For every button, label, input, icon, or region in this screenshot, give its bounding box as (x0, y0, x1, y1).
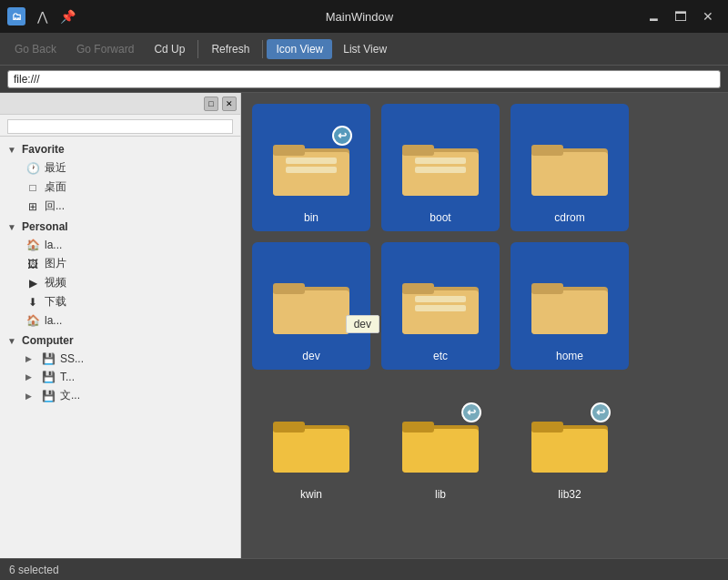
folder-home[interactable]: home (511, 242, 629, 370)
sidebar-section-computer-label: Computer (22, 334, 74, 347)
lib-symlink-badge: ↩ (461, 402, 481, 422)
icon-view-button[interactable]: Icon View (267, 39, 332, 59)
home-icon-2: 🏠 (25, 313, 40, 328)
clock-icon: 🕐 (25, 161, 40, 176)
chevron-right-icon: ▶ (25, 354, 36, 363)
main-content: □ ✕ ▼ Favorite 🕐 最近 □ 桌面 (0, 93, 728, 558)
refresh-button[interactable]: Refresh (202, 39, 258, 59)
sidebar-item-bookmarks[interactable]: ⊞ 回... (18, 197, 240, 216)
sidebar-item-recent[interactable]: 🕐 最近 (18, 158, 240, 178)
minimize-button[interactable]: 🗕 (641, 4, 666, 29)
close-button[interactable]: ✕ (695, 4, 721, 29)
sidebar-item-downloads[interactable]: ⬇ 下载 (18, 292, 240, 311)
sidebar-section-favorite-label: Favorite (22, 143, 65, 156)
svg-rect-15 (273, 283, 305, 294)
sidebar-section-computer-header[interactable]: ▼ Computer (0, 331, 240, 350)
title-bar: 🗂 ⋀ 📌 MainWindow 🗕 🗖 ✕ (0, 0, 728, 33)
svg-rect-12 (531, 145, 563, 156)
lib32-symlink-badge: ↩ (591, 402, 611, 422)
chevron-right-icon-2: ▶ (25, 372, 36, 382)
svg-rect-14 (273, 290, 349, 334)
folder-etc[interactable]: etc (381, 242, 500, 370)
folder-lib32-name: lib32 (558, 488, 581, 501)
folder-bin-icon: ↩ (270, 124, 352, 206)
folder-home-icon (529, 262, 611, 344)
go-forward-button[interactable]: Go Forward (67, 39, 143, 59)
folder-kwin[interactable]: kwin (252, 381, 370, 508)
cd-up-button[interactable]: Cd Up (145, 39, 194, 59)
svg-rect-19 (415, 296, 466, 302)
folder-dev-name: dev (302, 350, 319, 362)
svg-rect-3 (286, 158, 337, 164)
folder-dev-icon (270, 262, 352, 344)
sidebar-item-wen[interactable]: ▶ 💾 文... (18, 386, 240, 405)
svg-rect-11 (531, 152, 608, 196)
status-text: 6 selected (9, 564, 59, 576)
toolbar-separator-2 (262, 40, 263, 58)
chevron-down-icon-3: ▼ (7, 336, 18, 346)
toolbar: Go Back Go Forward Cd Up Refresh Icon Vi… (0, 33, 728, 66)
address-bar (0, 66, 728, 93)
folder-cdrom-name: cdrom (554, 211, 584, 224)
sidebar-search-input[interactable] (7, 119, 233, 134)
svg-rect-31 (531, 429, 608, 473)
svg-rect-8 (415, 158, 466, 164)
folder-lib32[interactable]: ↩ lib32 (511, 381, 629, 508)
svg-rect-7 (402, 145, 434, 156)
folder-boot-icon (399, 124, 481, 206)
sidebar-section-personal-header[interactable]: ▼ Personal (0, 218, 240, 236)
desktop-icon: □ (25, 180, 40, 195)
svg-rect-29 (402, 422, 434, 432)
folder-bin[interactable]: ↩ bin (252, 104, 370, 231)
home-icon: 🏠 (25, 238, 40, 252)
sidebar-section-personal-label: Personal (22, 220, 68, 233)
folder-kwin-icon (270, 401, 352, 483)
chevron-down-icon-2: ▼ (7, 222, 18, 232)
file-view[interactable]: ↩ bin boot (241, 93, 728, 558)
address-input[interactable] (7, 70, 721, 88)
svg-rect-32 (531, 422, 563, 432)
go-back-button[interactable]: Go Back (5, 39, 66, 59)
sidebar-collapse-btn[interactable]: □ (204, 97, 218, 111)
window-title: MainWindow (84, 10, 635, 24)
title-bar-actions: ⋀ 📌 (31, 5, 78, 27)
drive-icon-ss: 💾 (41, 351, 56, 366)
folder-lib[interactable]: ↩ lib (381, 381, 500, 508)
sidebar-header: □ ✕ (0, 93, 240, 115)
sidebar-section-favorite-header[interactable]: ▼ Favorite (0, 140, 240, 158)
svg-rect-25 (273, 429, 349, 473)
sidebar-item-home2[interactable]: 🏠 la... (18, 311, 240, 330)
folder-kwin-name: kwin (300, 488, 322, 501)
folder-dev[interactable]: dev dev (252, 242, 370, 370)
list-view-button[interactable]: List View (334, 39, 396, 59)
svg-rect-26 (273, 422, 305, 432)
sidebar-item-pictures[interactable]: 🖼 图片 (18, 254, 240, 273)
sidebar-section-computer: ▼ Computer ▶ 💾 SS... ▶ 💾 T... ▶ (0, 331, 240, 405)
sidebar-section-favorite: ▼ Favorite 🕐 最近 □ 桌面 ⊞ 回... (0, 140, 240, 216)
folder-etc-icon (399, 262, 481, 344)
maximize-button[interactable]: 🗖 (668, 4, 693, 29)
sidebar-close-btn[interactable]: ✕ (222, 97, 237, 111)
chevron-down-icon: ▼ (7, 145, 18, 155)
sidebar-item-t[interactable]: ▶ 💾 T... (18, 368, 240, 386)
bin-symlink-badge: ↩ (332, 126, 352, 146)
svg-rect-20 (415, 305, 466, 311)
pin-button[interactable]: 📌 (56, 5, 78, 27)
folder-boot-name: boot (430, 211, 450, 224)
folder-boot[interactable]: boot (381, 104, 500, 231)
collapse-button[interactable]: ⋀ (31, 5, 53, 27)
folder-home-name: home (556, 350, 583, 362)
sidebar-item-ss[interactable]: ▶ 💾 SS... (18, 350, 240, 368)
drive-icon-t: 💾 (41, 370, 56, 384)
folder-bin-name: bin (304, 211, 318, 224)
download-icon: ⬇ (25, 295, 40, 310)
svg-rect-18 (402, 283, 434, 294)
status-bar: 6 selected (0, 558, 728, 580)
sidebar-item-home[interactable]: 🏠 la... (18, 236, 240, 254)
sidebar-search (0, 115, 240, 137)
video-icon: ▶ (25, 276, 40, 290)
drive-icon-wen: 💾 (41, 389, 56, 403)
sidebar-item-videos[interactable]: ▶ 视频 (18, 273, 240, 292)
sidebar-item-desktop[interactable]: □ 桌面 (18, 178, 240, 197)
folder-cdrom[interactable]: cdrom (511, 104, 629, 231)
